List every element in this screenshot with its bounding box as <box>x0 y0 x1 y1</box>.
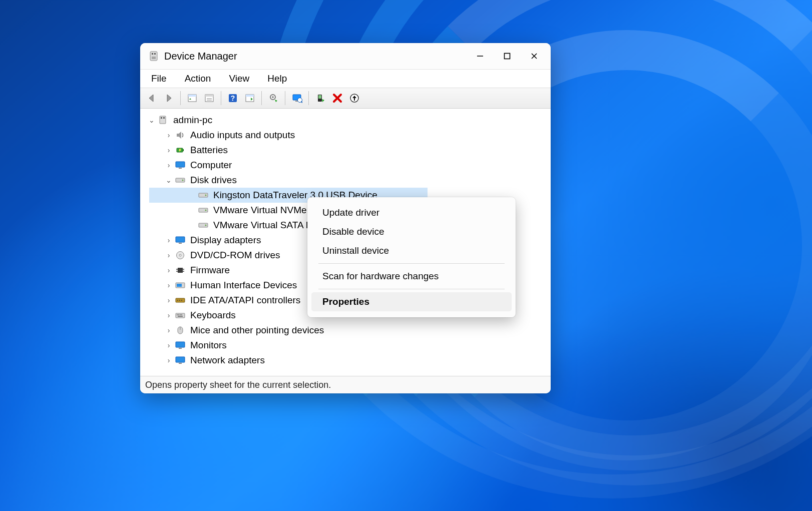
expand-collapse-icon[interactable]: › <box>163 146 174 154</box>
maximize-button[interactable] <box>494 46 521 67</box>
update-driver-button[interactable] <box>266 91 281 106</box>
disable-device-button[interactable] <box>330 91 345 106</box>
svg-rect-68 <box>180 314 181 315</box>
svg-rect-36 <box>163 117 165 119</box>
context-separator <box>318 263 505 264</box>
back-button[interactable] <box>144 91 159 106</box>
expand-collapse-icon[interactable]: › <box>163 236 174 244</box>
menu-help[interactable]: Help <box>265 72 289 85</box>
expand-collapse-icon[interactable]: › <box>163 311 174 319</box>
menu-action[interactable]: Action <box>183 72 213 85</box>
svg-marker-29 <box>322 99 324 102</box>
menu-file[interactable]: File <box>149 72 169 85</box>
tree-node-label: admin-pc <box>173 115 217 126</box>
context-item-disable-device[interactable]: Disable device <box>311 222 512 241</box>
expand-collapse-icon[interactable]: › <box>163 326 174 334</box>
status-bar: Opens property sheet for the current sel… <box>140 376 551 393</box>
context-item-properties[interactable]: Properties <box>311 292 512 311</box>
svg-rect-41 <box>179 168 182 169</box>
tree-node-label: Firmware <box>190 265 235 276</box>
svg-rect-0 <box>150 52 157 61</box>
svg-rect-9 <box>188 95 196 97</box>
enable-device-icon <box>315 93 325 103</box>
context-item-uninstall-device[interactable]: Uninstall device <box>311 241 512 260</box>
svg-rect-28 <box>318 95 321 99</box>
tree-category-monitors[interactable]: › Monitors <box>144 338 549 353</box>
expand-collapse-icon[interactable]: › <box>163 251 174 259</box>
svg-point-47 <box>205 210 207 211</box>
close-button[interactable] <box>521 46 548 67</box>
apps-icon <box>245 93 255 103</box>
chip-icon <box>174 265 186 275</box>
expand-collapse-icon[interactable]: › <box>163 131 174 139</box>
context-separator <box>318 289 505 289</box>
svg-rect-76 <box>179 363 182 364</box>
tree-category-computer[interactable]: › Computer <box>144 158 549 173</box>
tree-category-disk-drives[interactable]: ⌄ Disk drives <box>144 173 549 188</box>
tree-root[interactable]: ⌄ admin-pc <box>144 113 549 128</box>
mouse-icon <box>174 325 186 335</box>
network-icon <box>174 355 186 365</box>
svg-rect-69 <box>181 314 182 315</box>
drive-icon <box>174 175 186 185</box>
tree-category-batteries[interactable]: › Batteries <box>144 143 549 158</box>
tree-node-label: Disk drives <box>190 175 242 186</box>
properties-icon <box>204 93 214 103</box>
help-button[interactable]: ? <box>225 91 240 106</box>
svg-point-49 <box>205 225 207 226</box>
forward-button[interactable] <box>161 91 176 106</box>
menu-view[interactable]: View <box>227 72 251 85</box>
expand-collapse-icon[interactable]: ⌄ <box>146 116 157 124</box>
expand-collapse-icon[interactable]: › <box>163 161 174 169</box>
svg-rect-65 <box>176 313 185 318</box>
hid-icon <box>174 280 186 290</box>
svg-point-53 <box>179 254 181 256</box>
svg-rect-67 <box>178 314 179 315</box>
title-bar[interactable]: Device Manager <box>140 43 551 70</box>
expand-collapse-icon[interactable]: › <box>163 341 174 349</box>
monitor-icon <box>174 160 186 170</box>
app-icon <box>148 51 159 62</box>
tree-node-label: Display adapters <box>190 235 266 246</box>
svg-rect-70 <box>178 316 183 317</box>
show-hidden-devices-button[interactable] <box>242 91 257 106</box>
uninstall-device-button[interactable] <box>347 91 362 106</box>
context-item-scan-hardware[interactable]: Scan for hardware changes <box>311 267 512 286</box>
svg-line-26 <box>301 102 303 103</box>
expand-collapse-icon[interactable]: › <box>163 356 174 364</box>
properties-button[interactable] <box>202 91 217 106</box>
tree-node-label: IDE ATA/ATAPI controllers <box>190 295 305 306</box>
ide-icon <box>174 295 186 305</box>
svg-rect-75 <box>176 357 185 362</box>
uninstall-icon <box>349 93 359 103</box>
scan-hardware-button[interactable] <box>289 91 304 106</box>
back-icon <box>147 93 157 103</box>
display-icon <box>174 340 186 350</box>
svg-rect-51 <box>179 243 182 244</box>
svg-rect-73 <box>176 342 185 347</box>
tree-node-label: Human Interface Devices <box>190 280 302 291</box>
scan-hardware-icon <box>291 93 302 103</box>
context-item-update-driver[interactable]: Update driver <box>311 203 512 222</box>
speaker-icon <box>174 130 186 140</box>
svg-point-21 <box>272 96 274 98</box>
minimize-button[interactable] <box>467 46 494 67</box>
expand-collapse-icon[interactable]: › <box>163 266 174 274</box>
drive-icon <box>197 220 209 230</box>
expand-collapse-icon[interactable]: ⌄ <box>163 176 174 184</box>
tree-category-audio[interactable]: › Audio inputs and outputs <box>144 128 549 143</box>
tree-category-mice[interactable]: › Mice and other pointing devices <box>144 323 549 338</box>
toolbar: ? <box>140 88 551 109</box>
battery-icon <box>174 145 186 155</box>
expand-collapse-icon[interactable]: › <box>163 281 174 289</box>
tree-category-network[interactable]: › Network adapters <box>144 353 549 368</box>
tree-node-label: Keyboards <box>190 310 241 321</box>
tree-node-label: Batteries <box>190 145 233 156</box>
enable-device-button[interactable] <box>313 91 328 106</box>
expand-collapse-icon[interactable]: › <box>163 296 174 304</box>
svg-rect-2 <box>154 53 156 55</box>
disable-x-icon <box>332 93 342 103</box>
forward-icon <box>164 93 174 103</box>
console-tree-icon <box>187 93 197 103</box>
show-hide-console-tree-button[interactable] <box>185 91 200 106</box>
